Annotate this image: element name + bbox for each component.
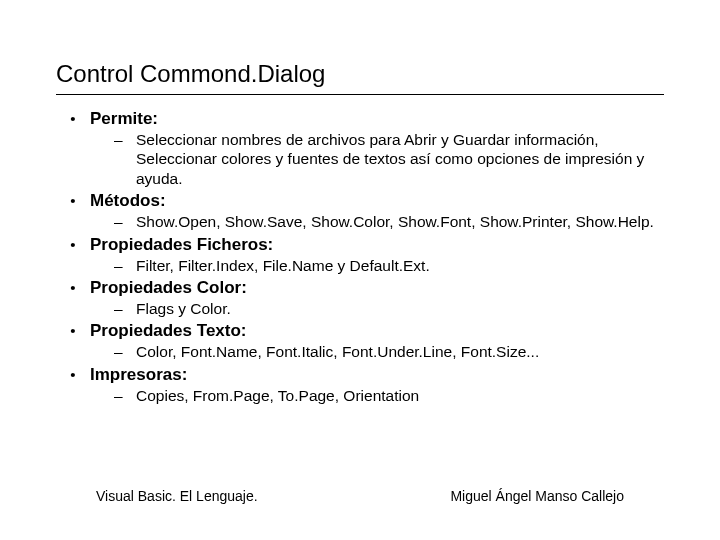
bullet-level1: • (56, 279, 90, 296)
slide-title: Control Commond.Dialog (56, 60, 664, 95)
section-desc: Color, Font.Name, Font.Italic, Font.Unde… (136, 342, 664, 361)
section-label: Impresoras: (90, 365, 187, 385)
section-label: Métodos: (90, 191, 166, 211)
footer-right: Miguel Ángel Manso Callejo (450, 488, 624, 504)
slide-footer: Visual Basic. El Lenguaje. Miguel Ángel … (0, 488, 720, 504)
bullet-level2: – (114, 342, 136, 361)
bullet-level1: • (56, 236, 90, 253)
bullet-level1: • (56, 192, 90, 209)
section-item: • Impresoras: – Copies, From.Page, To.Pa… (56, 365, 664, 405)
section-desc-item: – Copies, From.Page, To.Page, Orientatio… (114, 386, 664, 405)
section-label: Propiedades Texto: (90, 321, 247, 341)
section-label: Propiedades Color: (90, 278, 247, 298)
bullet-level1: • (56, 322, 90, 339)
section-list: • Permite: – Seleccionar nombres de arch… (56, 109, 664, 405)
section-desc: Filter, Filter.Index, File.Name y Defaul… (136, 256, 664, 275)
section-desc: Show.Open, Show.Save, Show.Color, Show.F… (136, 212, 664, 231)
bullet-level1: • (56, 110, 90, 127)
section-desc-item: – Filter, Filter.Index, File.Name y Defa… (114, 256, 664, 275)
footer-left: Visual Basic. El Lenguaje. (96, 488, 258, 504)
bullet-level2: – (114, 212, 136, 231)
section-item: • Permite: – Seleccionar nombres de arch… (56, 109, 664, 188)
section-item: • Propiedades Color: – Flags y Color. (56, 278, 664, 318)
section-item: • Métodos: – Show.Open, Show.Save, Show.… (56, 191, 664, 231)
bullet-level2: – (114, 299, 136, 318)
section-desc-item: – Seleccionar nombres de archivos para A… (114, 130, 664, 188)
section-desc-item: – Color, Font.Name, Font.Italic, Font.Un… (114, 342, 664, 361)
bullet-level1: • (56, 366, 90, 383)
bullet-level2: – (114, 130, 136, 149)
section-desc: Copies, From.Page, To.Page, Orientation (136, 386, 664, 405)
section-desc-item: – Show.Open, Show.Save, Show.Color, Show… (114, 212, 664, 231)
section-desc: Seleccionar nombres de archivos para Abr… (136, 130, 664, 188)
section-desc: Flags y Color. (136, 299, 664, 318)
section-desc-item: – Flags y Color. (114, 299, 664, 318)
bullet-level2: – (114, 386, 136, 405)
section-item: • Propiedades Ficheros: – Filter, Filter… (56, 235, 664, 275)
section-label: Propiedades Ficheros: (90, 235, 273, 255)
section-item: • Propiedades Texto: – Color, Font.Name,… (56, 321, 664, 361)
bullet-level2: – (114, 256, 136, 275)
section-label: Permite: (90, 109, 158, 129)
